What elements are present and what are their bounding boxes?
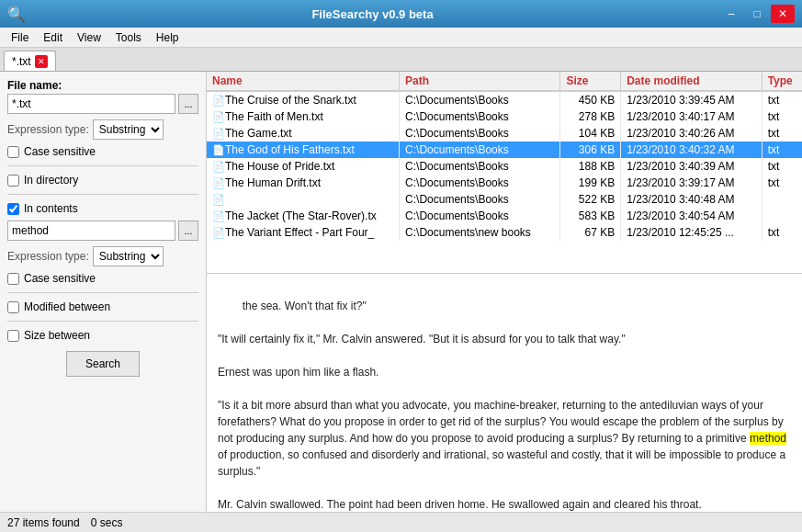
case-sensitive-label: Case sensitive	[24, 145, 96, 158]
contents-case-label: Case sensitive	[24, 272, 96, 285]
col-header-type[interactable]: Type	[762, 72, 802, 91]
cell-date: 1/23/2010 3:40:54 AM	[621, 208, 762, 224]
expr-type-row: Expression type: Substring Regex Wildcar…	[7, 119, 198, 140]
cell-date: 1/23/2010 3:40:39 AM	[621, 158, 762, 175]
tabbar: *.txt ✕	[0, 48, 802, 72]
cell-path: C:\Documents\Books	[400, 91, 560, 108]
table-row[interactable]: 📄The Game.txt C:\Documents\Books 104 KB …	[207, 125, 802, 141]
file-name-label: File name:	[7, 79, 198, 92]
in-contents-row: In contents	[7, 202, 198, 215]
contents-input-row: ...	[7, 221, 198, 241]
cell-size: 278 KB	[560, 108, 621, 125]
maximize-button[interactable]: □	[745, 5, 769, 23]
col-header-size[interactable]: Size	[560, 72, 621, 91]
contents-expr-row: Expression type: Substring Regex Wildcar…	[7, 246, 198, 266]
file-name-row: ...	[7, 94, 198, 114]
cell-size: 450 KB	[560, 91, 621, 108]
cell-type	[762, 208, 802, 224]
cell-name: 📄The Human Drift.txt	[207, 175, 400, 191]
col-header-date[interactable]: Date modified	[621, 72, 762, 91]
menubar: File Edit View Tools Help	[0, 28, 802, 48]
cell-size: 306 KB	[560, 141, 621, 158]
file-icon: 📄	[212, 144, 225, 155]
in-directory-label: In directory	[24, 174, 78, 187]
menu-view[interactable]: View	[70, 28, 108, 48]
cell-name: 📄The Game.txt	[207, 125, 400, 141]
cell-name: 📄The Faith of Men.txt	[207, 108, 400, 125]
cell-date: 1/23/2010 3:40:17 AM	[621, 108, 762, 125]
cell-type: txt	[762, 158, 802, 175]
left-panel: File name: ... Expression type: Substrin…	[0, 72, 207, 512]
table-row[interactable]: 📄The Faith of Men.txt C:\Documents\Books…	[207, 108, 802, 125]
divider1	[7, 165, 198, 166]
tab-txt[interactable]: *.txt ✕	[4, 51, 56, 71]
cell-date: 1/23/2010 3:39:45 AM	[621, 91, 762, 108]
menu-help[interactable]: Help	[149, 28, 186, 48]
size-between-checkbox[interactable]	[7, 330, 19, 342]
cell-name: 📄The Cruise of the Snark.txt	[207, 91, 400, 108]
contents-expr-select[interactable]: Substring Regex Wildcard	[93, 246, 164, 266]
table-row[interactable]: 📄The Variant Effect - Part Four_ C:\Docu…	[207, 224, 802, 241]
table-row[interactable]: 📄The Human Drift.txt C:\Documents\Books …	[207, 175, 802, 191]
table-row[interactable]: 📄The House of Pride.txt C:\Documents\Boo…	[207, 158, 802, 175]
modified-between-row: Modified between	[7, 300, 198, 313]
cell-type: txt	[762, 125, 802, 141]
cell-name: 📄The God of His Fathers.txt	[207, 141, 400, 158]
minimize-button[interactable]: –	[719, 5, 743, 23]
cell-size: 67 KB	[560, 224, 621, 241]
in-directory-checkbox[interactable]	[7, 175, 19, 187]
contents-case-row: Case sensitive	[7, 272, 198, 285]
cell-size: 522 KB	[560, 191, 621, 208]
cell-size: 583 KB	[560, 208, 621, 224]
table-row[interactable]: 📄The Jacket (The Star-Rover).tx C:\Docum…	[207, 208, 802, 224]
cell-date: 1/23/2010 3:40:26 AM	[621, 125, 762, 141]
cell-date: 1/23/2010 3:39:17 AM	[621, 175, 762, 191]
modified-between-checkbox[interactable]	[7, 301, 19, 313]
titlebar: 🔍 FileSearchy v0.9 beta – □ ✕	[0, 0, 802, 28]
contents-case-checkbox[interactable]	[7, 273, 19, 285]
file-icon: 📄	[212, 177, 225, 188]
file-name-input[interactable]	[7, 94, 175, 114]
case-sensitive-checkbox[interactable]	[7, 146, 19, 158]
close-button[interactable]: ✕	[771, 5, 795, 23]
contents-browse-button[interactable]: ...	[178, 221, 198, 241]
cell-type	[762, 191, 802, 208]
time-label: 0 secs	[91, 516, 123, 529]
divider4	[7, 321, 198, 322]
size-between-label: Size between	[24, 329, 90, 342]
cell-type: txt	[762, 108, 802, 125]
titlebar-icon: 🔍	[7, 6, 26, 23]
col-header-name[interactable]: Name	[207, 72, 400, 91]
results-table: Name Path Size Date modified Type 📄The C…	[207, 72, 802, 241]
file-browse-button[interactable]: ...	[178, 94, 198, 114]
cell-name: 📄The House of Pride.txt	[207, 158, 400, 175]
cell-name: 📄	[207, 191, 400, 208]
menu-edit[interactable]: Edit	[36, 28, 70, 48]
menu-file[interactable]: File	[4, 28, 36, 48]
preview-highlight: method	[750, 432, 786, 445]
divider2	[7, 194, 198, 195]
search-button[interactable]: Search	[66, 351, 140, 377]
expr-type-label: Expression type:	[7, 123, 89, 136]
file-icon: 📄	[212, 128, 225, 139]
tab-close-button[interactable]: ✕	[35, 55, 48, 68]
table-row[interactable]: 📄 C:\Documents\Books 522 KB 1/23/2010 3:…	[207, 191, 802, 208]
in-contents-checkbox[interactable]	[7, 203, 19, 215]
results-table-container[interactable]: Name Path Size Date modified Type 📄The C…	[207, 72, 802, 274]
cell-name: 📄The Variant Effect - Part Four_	[207, 224, 400, 241]
table-header-row: Name Path Size Date modified Type	[207, 72, 802, 91]
table-row[interactable]: 📄The Cruise of the Snark.txt C:\Document…	[207, 91, 802, 108]
cell-type: txt	[762, 224, 802, 241]
cell-type: txt	[762, 175, 802, 191]
table-row[interactable]: 📄The God of His Fathers.txt C:\Documents…	[207, 141, 802, 158]
cell-date: 1/23/2010 3:40:32 AM	[621, 141, 762, 158]
cell-path: C:\Documents\Books	[400, 158, 560, 175]
file-icon: 📄	[212, 194, 225, 205]
menu-tools[interactable]: Tools	[108, 28, 149, 48]
titlebar-controls: – □ ✕	[719, 5, 795, 23]
items-found-label: 27 items found	[7, 516, 80, 529]
contents-input[interactable]	[7, 221, 175, 241]
cell-date: 1/23/2010 3:40:48 AM	[621, 191, 762, 208]
col-header-path[interactable]: Path	[400, 72, 560, 91]
expr-type-select[interactable]: Substring Regex Wildcard	[93, 119, 164, 140]
